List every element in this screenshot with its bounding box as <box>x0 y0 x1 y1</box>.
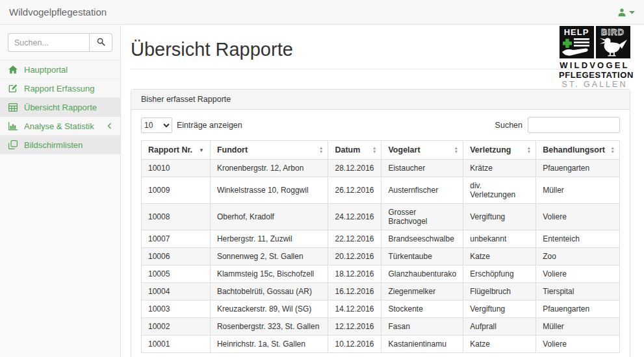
table-cell: Winkelstrasse 10, Roggwil <box>210 177 328 204</box>
sidebar-item-uebersicht-rapporte[interactable]: Übersicht Rapporte <box>0 98 120 117</box>
reports-table: Rapport Nr. ▼ Fundort ▲▼ Datum ▲▼ <box>141 140 620 353</box>
table-cell: Bachtobelrüti, Gossau (AR) <box>210 283 328 301</box>
table-cell: Sonnenweg 2, St. Gallen <box>210 248 328 265</box>
sidebar-search <box>8 33 112 52</box>
table-cell: Klammsteig 15c, Bischofzell <box>210 265 328 283</box>
sort-icon: ▲▼ <box>527 146 531 154</box>
table-row: 10008Oberhof, Kradolf24.12.2016Grosser B… <box>142 204 620 230</box>
home-icon <box>8 66 19 74</box>
sidebar-item-label: Bildschirmlisten <box>24 140 83 150</box>
table-icon <box>8 103 19 112</box>
column-header-fundort[interactable]: Fundort ▲▼ <box>210 141 328 160</box>
table-cell: Austernfischer <box>381 177 463 204</box>
table-cell: 10008 <box>142 204 211 230</box>
table-cell: 10004 <box>142 283 211 301</box>
logo-stgallen-text: ST. GALLEN <box>559 80 630 90</box>
search-icon <box>97 38 105 48</box>
table-cell: Erschöpfung <box>463 265 536 283</box>
sidebar-item-label: Analyse & Statistik <box>24 121 94 131</box>
reports-panel: Bisher erfasset Rapporte 10 Einträge anz… <box>131 89 630 357</box>
sidebar-item-hauptportal[interactable]: Hauptportal <box>0 60 120 79</box>
table-cell: Heinrichstr. 1a, St. Gallen <box>210 336 328 353</box>
table-body: 10010Kronenbergstr. 12, Arbon28.12.2016E… <box>142 160 620 353</box>
table-cell: Müller <box>536 318 620 336</box>
table-cell: div. Verletzungen <box>463 177 536 204</box>
user-menu-toggle[interactable] <box>617 8 635 17</box>
main-content: HELP BIRD <box>122 25 644 357</box>
sidebar-search-input[interactable] <box>8 33 89 52</box>
table-cell: Glanzhaubenturako <box>381 265 463 283</box>
table-cell: Eistaucher <box>381 160 463 177</box>
table-row: 10007Herbergstr. 11, Zuzwil22.12.2016Bra… <box>142 230 620 248</box>
table-cell: 26.12.2016 <box>328 177 381 204</box>
table-cell: Katze <box>463 248 536 265</box>
logo-help-tile: HELP <box>560 26 594 58</box>
table-cell: Voliere <box>536 265 620 283</box>
table-cell: 20.12.2016 <box>328 248 381 265</box>
page-length-select[interactable]: 10 <box>141 117 172 133</box>
page-title: Übersicht Rapporte <box>131 39 630 60</box>
table-row: 10010Kronenbergstr. 12, Arbon28.12.2016E… <box>142 160 620 177</box>
table-cell: Krätze <box>463 160 536 177</box>
bar-chart-icon <box>8 122 19 130</box>
sort-desc-icon: ▼ <box>199 147 204 153</box>
table-cell: 10002 <box>142 318 211 336</box>
table-cell: unbekannt <box>463 230 536 248</box>
column-header-behandlungsort[interactable]: Behandlungsort ▲▼ <box>536 141 620 160</box>
column-header-rapport-nr[interactable]: Rapport Nr. ▼ <box>142 141 211 160</box>
sidebar-item-label: Übersicht Rapporte <box>24 103 97 112</box>
table-row: 10003Kreuzackerstr. 89, Wil (SG)14.12.20… <box>142 301 620 318</box>
sidebar-item-label: Rapport Erfassung <box>24 84 94 93</box>
table-cell: Pfauengarten <box>536 301 620 318</box>
table-cell: 28.12.2016 <box>328 160 381 177</box>
table-row: 10002Rosenbergstr. 323, St. Gallen12.12.… <box>142 318 620 336</box>
column-header-verletzung[interactable]: Verletzung ▲▼ <box>463 141 536 160</box>
table-cell: Aufprall <box>463 318 536 336</box>
logo-help-text: HELP <box>564 27 589 37</box>
table-cell: 10009 <box>142 177 211 204</box>
table-cell: 18.12.2016 <box>328 265 381 283</box>
sidebar: Hauptportal Rapport Erfassung Übersicht … <box>0 25 121 357</box>
table-cell: Katze <box>463 336 536 353</box>
sort-icon: ▲▼ <box>611 146 615 154</box>
helpbird-logo: HELP BIRD <box>559 26 630 90</box>
table-controls: 10 Einträge anzeigen Suchen <box>141 117 620 133</box>
sidebar-item-rapport-erfassung[interactable]: Rapport Erfassung <box>0 79 120 98</box>
column-header-datum[interactable]: Datum ▲▼ <box>328 141 381 160</box>
sidebar-search-button[interactable] <box>89 33 112 52</box>
table-row: 10006Sonnenweg 2, St. Gallen20.12.2016Tü… <box>142 248 620 265</box>
table-cell: 10006 <box>142 248 211 265</box>
table-cell: 10007 <box>142 230 211 248</box>
brand-title: Wildvogelpflegestation <box>9 6 107 18</box>
table-search-input[interactable] <box>528 117 620 133</box>
table-search-label: Suchen <box>495 121 522 130</box>
bird-icon <box>598 37 628 59</box>
logo-wildvogel-text: WILDVOGEL <box>559 60 630 70</box>
table-cell: Vergiftung <box>463 204 536 230</box>
table-cell: 10.12.2016 <box>328 336 381 353</box>
panel-body: 10 Einträge anzeigen Suchen <box>131 110 630 357</box>
sidebar-item-analyse-statistik[interactable]: Analyse & Statistik <box>0 117 120 136</box>
table-cell: Müller <box>536 177 620 204</box>
table-cell: Kastanientinamu <box>381 336 463 353</box>
sidebar-menu: Hauptportal Rapport Erfassung Übersicht … <box>0 60 120 154</box>
table-row: 10001Heinrichstr. 1a, St. Gallen10.12.20… <box>142 336 620 353</box>
sort-icon: ▲▼ <box>319 146 323 154</box>
table-row: 10009Winkelstrasse 10, Roggwil26.12.2016… <box>142 177 620 204</box>
table-cell: 14.12.2016 <box>328 301 381 318</box>
table-cell: 10005 <box>142 265 211 283</box>
table-cell: Kreuzackerstr. 89, Wil (SG) <box>210 301 328 318</box>
table-header-row: Rapport Nr. ▼ Fundort ▲▼ Datum ▲▼ <box>142 141 620 160</box>
page-length-control: 10 Einträge anzeigen <box>141 117 242 133</box>
table-cell: Oberhof, Kradolf <box>210 204 328 230</box>
table-cell: Vergiftung <box>463 301 536 318</box>
column-header-vogelart[interactable]: Vogelart ▲▼ <box>381 141 463 160</box>
top-navbar: Wildvogelpflegestation <box>0 0 644 25</box>
sidebar-item-bildschirmlisten[interactable]: Bildschirmlisten <box>0 136 120 154</box>
sort-icon: ▲▼ <box>454 146 458 154</box>
table-cell: Kronenbergstr. 12, Arbon <box>210 160 328 177</box>
cross-hand-icon <box>561 37 592 59</box>
table-cell: 22.12.2016 <box>328 230 381 248</box>
table-search-control: Suchen <box>495 117 620 133</box>
table-cell: 10010 <box>142 160 211 177</box>
